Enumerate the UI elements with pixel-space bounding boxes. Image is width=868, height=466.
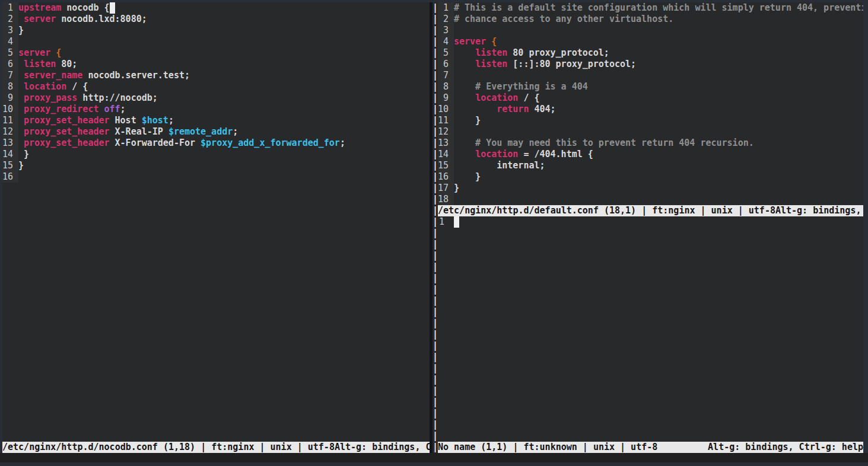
pane-noname-buffer[interactable]: 1 No name (1,1) | ft:unknown | unix | ut… — [438, 216, 863, 453]
code-token: { — [491, 36, 497, 47]
code-line[interactable]: 7 — [438, 70, 863, 81]
code-line[interactable]: 11 } — [438, 115, 863, 126]
code-line[interactable]: 10 return 404; — [438, 104, 863, 115]
code-token: proxy_pass — [24, 92, 77, 103]
code-line[interactable]: 11 proxy_set_header Host $host; — [2, 115, 430, 126]
split-divider-glyph: | — [430, 47, 438, 59]
split-divider-glyph: | — [430, 397, 438, 408]
code-line[interactable]: 14 location = /404.html { — [438, 149, 863, 160]
code-line[interactable]: 2# chance access to any other virtualhos… — [438, 14, 863, 25]
line-number: 1 — [438, 216, 449, 228]
split-divider-glyph: | — [430, 352, 438, 363]
code-line[interactable]: 8 location / { — [2, 81, 430, 92]
split-divider-glyph: | — [430, 442, 438, 453]
code-line[interactable]: 8 # Everything is a 404 — [438, 81, 863, 92]
pane-nocodb-conf[interactable]: 1upstream nocodb {2 server nocodb.lxd:80… — [2, 2, 430, 453]
code-line[interactable]: 7 server_name nocodb.server.test; — [2, 70, 430, 81]
code-line[interactable]: 12 proxy_set_header X-Real-IP $remote_ad… — [2, 126, 430, 138]
code-token: proxy_set_header — [24, 138, 110, 148]
pane-default-conf[interactable]: 1# This is a default site configuration … — [438, 2, 863, 216]
split-divider-glyph: | — [430, 307, 438, 318]
split-divider-glyph: | — [430, 160, 438, 171]
code-line[interactable]: 9 location / { — [438, 92, 863, 104]
line-number: 8 — [2, 81, 18, 92]
code-token — [18, 81, 24, 92]
line-number: 18 — [438, 194, 454, 205]
terminal-bottom-row — [0, 453, 868, 462]
code-token: http://nocodb; — [77, 92, 157, 103]
code-line[interactable]: 17} — [438, 183, 863, 194]
split-divider-glyph: | — [430, 430, 438, 442]
code-line[interactable]: 1 — [438, 216, 863, 228]
line-number: 11 — [438, 115, 454, 126]
statusline-default-conf: /etc/nginx/http.d/default.conf (18,1) | … — [438, 205, 863, 216]
code-token: nocodb { — [61, 2, 109, 13]
code-line[interactable]: 5 listen 80 proxy_protocol; — [438, 47, 863, 59]
code-token: server — [18, 47, 50, 58]
text-cursor — [110, 2, 115, 14]
line-number: 1 — [438, 2, 454, 14]
code-token — [18, 115, 24, 126]
code-token: $proxy_add_x_forwarded_for — [201, 138, 340, 148]
code-line[interactable]: 14 } — [2, 149, 430, 160]
code-token — [454, 47, 475, 58]
split-divider-glyph: | — [430, 250, 438, 261]
code-text: listen 80; — [18, 59, 77, 70]
code-text: } — [454, 171, 481, 183]
code-line[interactable]: 18 — [438, 194, 863, 205]
code-text — [449, 216, 459, 228]
code-line[interactable]: 13 # You may need this to prevent return… — [438, 138, 863, 149]
code-line[interactable]: 10 proxy_redirect off; — [2, 104, 430, 115]
code-token: } — [454, 115, 481, 126]
code-line[interactable]: 3 — [438, 25, 863, 36]
line-number: 14 — [438, 149, 454, 160]
code-line[interactable]: 4 — [2, 36, 430, 47]
code-line[interactable]: 2 server nocodb.lxd:8080; — [2, 14, 430, 25]
code-token — [98, 104, 104, 114]
buffer-noname[interactable]: 1 — [438, 216, 863, 442]
code-token: Host — [110, 115, 142, 126]
code-text: proxy_set_header X-Forwarded-For $proxy_… — [18, 138, 345, 149]
code-text: proxy_pass http://nocodb; — [18, 92, 158, 104]
statusline-nocodb-conf: /etc/nginx/http.d/nocodb.conf (1,18) | f… — [2, 442, 430, 453]
code-line[interactable]: 12 — [438, 126, 863, 138]
code-token: X-Forwarded-For — [110, 138, 201, 148]
code-line[interactable]: 1upstream nocodb { — [2, 2, 430, 14]
buffer-default-conf[interactable]: 1# This is a default site configuration … — [438, 2, 863, 205]
split-divider-glyph: | — [430, 138, 438, 149]
code-line[interactable]: 3} — [2, 25, 430, 36]
code-line[interactable]: 13 proxy_set_header X-Forwarded-For $pro… — [2, 138, 430, 149]
code-text: } — [454, 183, 459, 194]
code-token: proxy_set_header — [24, 126, 110, 137]
code-token: ; — [168, 115, 174, 126]
split-divider-glyph: | — [430, 59, 438, 70]
code-line[interactable]: 16 } — [438, 171, 863, 183]
code-line[interactable]: 15 internal; — [438, 160, 863, 171]
code-line[interactable]: 6 listen [::]:80 proxy_protocol; — [438, 59, 863, 70]
code-line[interactable]: 5server { — [2, 47, 430, 59]
code-text: proxy_redirect off; — [18, 104, 126, 115]
split-divider-glyph: | — [430, 318, 438, 329]
code-line[interactable]: 4server { — [438, 36, 863, 47]
text-cursor — [454, 216, 459, 228]
code-text: # This is a default site configuration w… — [454, 2, 863, 14]
code-token: } — [18, 25, 24, 36]
buffer-nocodb-conf[interactable]: 1upstream nocodb {2 server nocodb.lxd:80… — [2, 2, 430, 442]
line-number: 16 — [438, 171, 454, 183]
line-number: 12 — [2, 126, 18, 138]
code-text: location / { — [18, 81, 88, 92]
code-line[interactable]: 1# This is a default site configuration … — [438, 2, 863, 14]
code-token: internal; — [454, 160, 545, 171]
code-line[interactable]: 9 proxy_pass http://nocodb; — [2, 92, 430, 104]
code-line[interactable]: 15} — [2, 160, 430, 171]
code-line[interactable]: 16 — [2, 171, 430, 183]
code-token: $remote_addr — [168, 126, 233, 137]
code-line[interactable]: 6 listen 80; — [2, 59, 430, 70]
line-number: 13 — [2, 138, 18, 149]
line-number: 13 — [438, 138, 454, 149]
code-token: / { — [66, 81, 88, 92]
code-token — [454, 149, 475, 159]
code-text: location = /404.html { — [454, 149, 593, 160]
code-text: return 404; — [454, 104, 556, 115]
code-token: nocodb.lxd:8080; — [56, 14, 147, 24]
